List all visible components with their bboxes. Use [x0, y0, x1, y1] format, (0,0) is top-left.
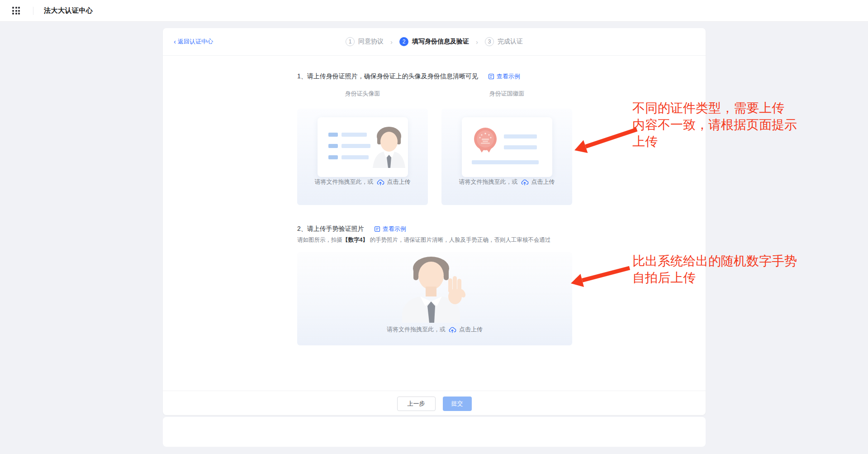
- chevron-right-icon: ›: [390, 38, 393, 46]
- step-agree: 1 同意协议: [346, 37, 384, 46]
- back-to-cert-center-link[interactable]: ‹ 返回认证中心: [174, 38, 213, 46]
- id-card-column-labels: 身份证头像面 身份证国徽面: [297, 90, 572, 98]
- id-front-drop-hint: 请将文件拖拽至此，或 点击上传: [297, 178, 428, 186]
- annotation-line: 自拍后上传: [632, 269, 797, 286]
- id-back-card-icon: [462, 117, 552, 177]
- annotation-id-types: 不同的证件类型，需要上传 内容不一致，请根据页面提示 上传: [632, 100, 797, 150]
- chevron-right-icon: ›: [476, 38, 478, 46]
- id-example-link[interactable]: 查看示例: [488, 72, 520, 81]
- annotation-line: 内容不一致，请根据页面提示: [632, 116, 797, 133]
- id-back-drop-hint: 请将文件拖拽至此，或 点击上传: [441, 178, 572, 186]
- id-front-illustration: [318, 117, 408, 177]
- gesture-hint-number: 【数字4】: [342, 237, 368, 243]
- id-back-illustration: [462, 117, 552, 177]
- step-1-label: 同意协议: [358, 38, 384, 46]
- app-grid-icon[interactable]: [12, 7, 20, 14]
- chevron-left-icon: ‹: [174, 38, 176, 45]
- step-fill-identity: 2 填写身份信息及验证: [399, 37, 469, 46]
- annotation-arrow-icon: [565, 124, 642, 158]
- annotation-line: 不同的证件类型，需要上传: [632, 100, 797, 116]
- cloud-upload-icon: [448, 326, 456, 333]
- gesture-upload-dropzone[interactable]: 请将文件拖拽至此，或 点击上传: [297, 252, 572, 345]
- gesture-example-link-label: 查看示例: [383, 225, 406, 233]
- gesture-hint-suffix: 的手势照片，请保证图片清晰，人脸及手势正确，否则人工审核不会通过: [368, 237, 550, 243]
- drop-text: 请将文件拖拽至此，或: [387, 325, 446, 334]
- top-bar: 法大大认证中心: [0, 0, 868, 22]
- document-icon: [374, 226, 380, 232]
- step-2-circle: 2: [399, 37, 408, 46]
- id-upload-row: 请将文件拖拽至此，或 点击上传: [297, 109, 572, 205]
- gesture-hint: 请如图所示，拍摄【数字4】 的手势照片，请保证图片清晰，人脸及手势正确，否则人工…: [297, 236, 550, 244]
- panel-header: ‹ 返回认证中心 1 同意协议 › 2 填写身份信息及验证 › 3 完成认证: [163, 28, 706, 56]
- footer-buttons: 上一步 提交: [163, 397, 706, 411]
- annotation-line: 比出系统给出的随机数字手势: [632, 253, 797, 269]
- main-panel: ‹ 返回认证中心 1 同意协议 › 2 填写身份信息及验证 › 3 完成认证 1…: [163, 28, 706, 415]
- id-example-link-label: 查看示例: [497, 72, 520, 81]
- id-back-upload-dropzone[interactable]: 请将文件拖拽至此，或 点击上传: [441, 109, 572, 205]
- cloud-upload-icon: [521, 179, 529, 186]
- document-icon: [488, 73, 494, 80]
- step-2-label: 填写身份信息及验证: [412, 38, 469, 46]
- id-section-heading: 1、请上传身份证照片，确保身份证上的头像及身份信息清晰可见: [297, 72, 478, 81]
- gesture-drop-hint: 请将文件拖拽至此，或 点击上传: [297, 325, 572, 334]
- annotation-line: 上传: [632, 133, 797, 150]
- topbar-divider: [33, 7, 33, 15]
- id-back-label: 身份证国徽面: [441, 90, 572, 98]
- annotation-arrow-icon: [563, 265, 640, 294]
- back-link-label: 返回认证中心: [178, 38, 213, 46]
- person-gesture-icon: [398, 255, 471, 323]
- drop-text: 请将文件拖拽至此，或: [315, 178, 374, 186]
- step-3-label: 完成认证: [498, 38, 523, 46]
- step-3-circle: 3: [485, 37, 494, 46]
- previous-step-button[interactable]: 上一步: [397, 397, 436, 411]
- click-upload-text: 点击上传: [531, 178, 555, 186]
- gesture-hint-prefix: 请如图所示，拍摄: [297, 237, 342, 243]
- gesture-section-heading: 2、请上传手势验证照片: [297, 225, 364, 233]
- click-upload-text: 点击上传: [387, 178, 411, 186]
- gesture-example-link[interactable]: 查看示例: [374, 225, 406, 233]
- id-front-card-icon: [318, 117, 408, 177]
- stepper: 1 同意协议 › 2 填写身份信息及验证 › 3 完成认证: [346, 37, 523, 46]
- app-title: 法大大认证中心: [44, 6, 93, 15]
- cloud-upload-icon: [376, 179, 384, 186]
- annotation-gesture: 比出系统给出的随机数字手势 自拍后上传: [632, 253, 797, 286]
- step-complete: 3 完成认证: [485, 37, 523, 46]
- step-1-circle: 1: [346, 37, 355, 46]
- id-section-heading-row: 1、请上传身份证照片，确保身份证上的头像及身份信息清晰可见 查看示例: [297, 72, 520, 81]
- drop-text: 请将文件拖拽至此，或: [459, 178, 518, 186]
- gesture-illustration: [398, 255, 471, 325]
- bottom-spacer-panel: [163, 417, 706, 447]
- id-front-label: 身份证头像面: [297, 90, 428, 98]
- id-front-upload-dropzone[interactable]: 请将文件拖拽至此，或 点击上传: [297, 109, 428, 205]
- gesture-section-heading-row: 2、请上传手势验证照片 查看示例: [297, 225, 406, 233]
- raised-hand: [448, 276, 467, 304]
- footer-divider: [163, 391, 706, 391]
- click-upload-text: 点击上传: [459, 325, 483, 334]
- submit-button[interactable]: 提交: [443, 397, 472, 411]
